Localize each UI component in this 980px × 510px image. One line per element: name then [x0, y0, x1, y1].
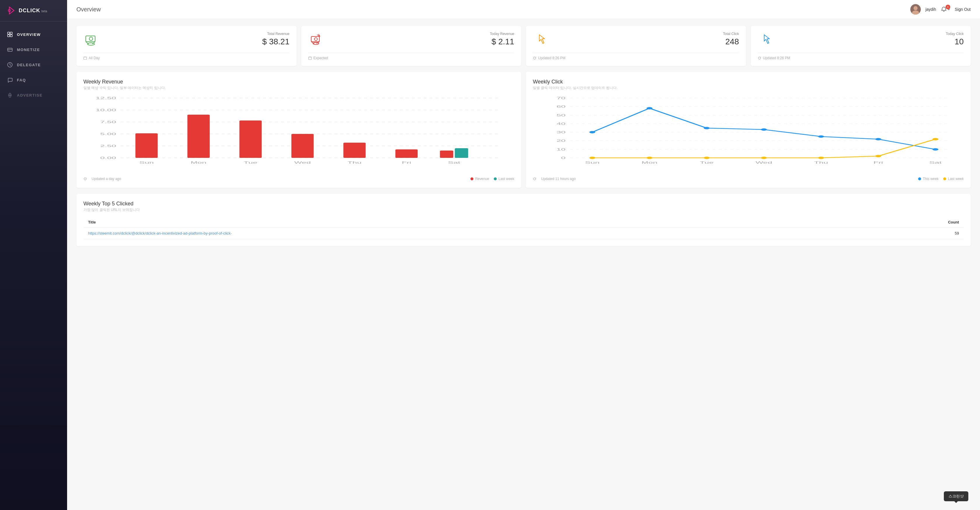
svg-text:Fri: Fri: [402, 161, 411, 164]
svg-point-80: [875, 138, 881, 140]
svg-point-86: [818, 157, 824, 159]
avatar: [910, 4, 921, 14]
svg-text:Tue: Tue: [243, 161, 257, 164]
calendar-icon: [83, 56, 87, 60]
svg-rect-5: [10, 35, 12, 37]
click-updated: Updated 11 hours ago: [541, 177, 576, 181]
svg-text:Sun: Sun: [139, 161, 154, 164]
chart-icon: [7, 62, 13, 68]
legend-item-revenue: Revenue: [471, 177, 489, 181]
today-revenue-icon: [308, 32, 323, 47]
svg-point-87: [875, 155, 881, 157]
svg-point-85: [761, 157, 767, 159]
svg-rect-3: [10, 32, 12, 34]
stat-value: 248: [723, 37, 739, 46]
svg-text:Thu: Thu: [814, 161, 828, 164]
sidebar-item-monetize[interactable]: MONETIZE: [0, 43, 67, 57]
svg-point-12: [913, 6, 918, 10]
card-icon: [7, 47, 13, 53]
svg-point-83: [647, 157, 652, 159]
svg-point-81: [932, 148, 938, 151]
weekly-revenue-panel: Weekly Revenue 일별 예상 수익 입니다. 일부 데이터는 예상치…: [76, 72, 521, 188]
signout-button[interactable]: Sign Out: [955, 7, 970, 12]
grid-icon: [7, 32, 13, 37]
svg-rect-56: [440, 151, 453, 158]
stat-card-total-click: Total Click 248 Updated 8:26 PM: [526, 26, 746, 66]
svg-rect-6: [8, 48, 12, 51]
sidebar-item-faq[interactable]: FAQ: [0, 73, 67, 87]
rocket-icon: [7, 92, 13, 98]
svg-text:0.00: 0.00: [100, 156, 116, 159]
top5-subtitle: 가장 많이 클릭된 URL이 보여집니다: [83, 207, 964, 212]
svg-point-88: [932, 138, 938, 140]
svg-text:Sat: Sat: [929, 161, 942, 164]
svg-text:Fri: Fri: [873, 161, 883, 164]
sidebar-nav: OVERVIEW MONETIZE DELEGATE FAQ: [0, 22, 67, 510]
row-url[interactable]: https://steemit.com/dclick/@dclick/dclic…: [83, 228, 861, 239]
stat-footer-text: Updated 8:26 PM: [538, 56, 565, 60]
svg-point-10: [10, 94, 11, 96]
svg-rect-22: [311, 37, 320, 42]
sidebar-item-overview[interactable]: OVERVIEW: [0, 27, 67, 41]
sidebar-item-delegate[interactable]: DELEGATE: [0, 58, 67, 72]
svg-rect-14: [86, 36, 95, 42]
col-count: Count: [861, 217, 964, 228]
svg-point-79: [818, 135, 824, 138]
legend-item-last-week-click: Last week: [943, 177, 964, 181]
svg-text:Wed: Wed: [756, 161, 772, 164]
refresh-icon: [758, 56, 761, 60]
calendar-icon: [308, 56, 312, 60]
weekly-revenue-chart: 12.50 10.00 7.50 5.00 2.50 0.00 Sun Mon: [83, 95, 514, 172]
svg-point-75: [589, 131, 595, 133]
row-count: 59: [861, 228, 964, 239]
stat-label: Total Revenue: [262, 32, 290, 36]
stat-card-info: Total Revenue $ 38.21: [262, 32, 290, 46]
svg-text:40: 40: [557, 122, 566, 126]
weekly-revenue-subtitle: 일별 예상 수익 입니다. 일부 데이터는 예상치 입니다.: [83, 86, 514, 91]
svg-text:10: 10: [557, 148, 566, 151]
dclick-logo-icon: [7, 6, 16, 15]
stat-card-today-revenue: Today Revenue $ 2.11 Expected: [301, 26, 522, 66]
refresh-small-icon: [533, 177, 536, 181]
legend-label: Last week: [948, 177, 964, 181]
weekly-revenue-legend: Updated a day ago Revenue Last week: [83, 177, 514, 181]
notification-badge: 0: [946, 5, 950, 10]
top5-table: Title Count https://steemit.com/dclick/@…: [83, 217, 964, 239]
stat-label: Total Click: [723, 32, 739, 36]
svg-text:12.50: 12.50: [95, 96, 116, 100]
table-row: https://steemit.com/dclick/@dclick/dclic…: [83, 228, 964, 239]
legend-item-this-week: This week: [918, 177, 939, 181]
svg-point-84: [704, 157, 710, 159]
stat-card-top: Today Click 10: [758, 32, 964, 47]
svg-rect-29: [309, 57, 312, 59]
svg-rect-19: [84, 57, 87, 59]
svg-point-23: [314, 38, 317, 41]
refresh-icon: [533, 56, 536, 60]
notification-button[interactable]: 0: [941, 5, 950, 14]
stat-footer-text: All Day: [89, 56, 100, 60]
svg-marker-0: [10, 7, 14, 14]
avatar-image: [910, 4, 921, 14]
stat-label: Today Revenue: [490, 32, 514, 36]
svg-text:20: 20: [557, 139, 566, 142]
svg-point-82: [589, 157, 595, 159]
sidebar: DCLICKbeta OVERVIEW MONETIZE: [0, 0, 67, 510]
svg-text:Mon: Mon: [642, 161, 657, 164]
stat-value: 10: [946, 37, 964, 46]
svg-text:10.00: 10.00: [95, 108, 116, 112]
sidebar-item-advertise[interactable]: ADVERTISE: [0, 88, 67, 102]
username-label: jaydih: [926, 7, 936, 12]
legend-label: This week: [923, 177, 939, 181]
weekly-click-panel: Weekly Click 일별 클릭 데이터 입니다. 실시간으로 업데이트 됩…: [526, 72, 970, 188]
stat-card-footer: Updated 8:26 PM: [533, 53, 739, 60]
legend-label: Revenue: [475, 177, 489, 181]
svg-point-15: [89, 37, 93, 41]
last-week-dot: [494, 177, 497, 180]
svg-text:5.00: 5.00: [100, 132, 116, 135]
svg-rect-54: [396, 149, 418, 158]
svg-text:7.50: 7.50: [100, 120, 116, 124]
this-week-dot: [918, 177, 921, 180]
stat-card-today-click: Today Click 10 Updated 8:26 PM: [751, 26, 971, 66]
svg-text:0: 0: [561, 156, 566, 159]
last-week-click-dot: [943, 177, 946, 180]
